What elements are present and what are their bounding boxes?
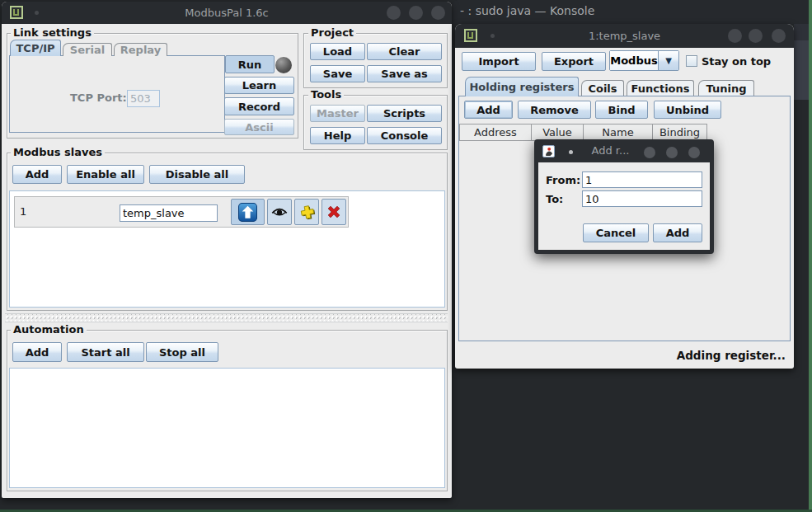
- konsole-edge-lower: [794, 40, 809, 100]
- slave-duplicate-button[interactable]: [294, 199, 319, 225]
- link-settings-title: Link settings: [11, 26, 94, 39]
- tools-title: Tools: [308, 88, 344, 101]
- slave-add-button[interactable]: Add: [12, 165, 62, 184]
- automation-list: [9, 368, 445, 488]
- tab-functions[interactable]: Functions: [627, 80, 694, 96]
- enable-all-button[interactable]: Enable all: [67, 165, 144, 184]
- import-button[interactable]: Import: [462, 52, 536, 71]
- run-button[interactable]: Run: [225, 55, 275, 73]
- record-button[interactable]: Record: [224, 97, 294, 115]
- up-arrow-icon: [238, 203, 257, 222]
- slave-maximize-button[interactable]: [749, 29, 763, 43]
- to-label: To:: [546, 193, 563, 205]
- slave-close-button[interactable]: [772, 29, 786, 43]
- minimize-button[interactable]: [387, 6, 401, 20]
- tcp-port-input[interactable]: [127, 90, 160, 107]
- screen-edge-right: [809, 0, 812, 512]
- stay-on-top-label: Stay on top: [702, 55, 771, 68]
- dialog-title: Add r...: [534, 144, 687, 157]
- col-header-binding[interactable]: Binding: [652, 124, 707, 141]
- col-header-name[interactable]: Name: [583, 124, 653, 141]
- modbus-slaves-title: Modbus slaves: [11, 146, 105, 158]
- tcp-port-label: TCP Port:: [70, 92, 127, 104]
- tab-serial[interactable]: Serial: [63, 43, 112, 56]
- dialog-cancel-button[interactable]: Cancel: [583, 223, 649, 242]
- col-header-address[interactable]: Address: [459, 124, 532, 141]
- project-title: Project: [308, 26, 356, 39]
- automation-title: Automation: [11, 323, 87, 336]
- save-button[interactable]: Save: [310, 65, 365, 82]
- slave-view-button[interactable]: [267, 199, 292, 225]
- console-button[interactable]: Console: [367, 127, 442, 144]
- register-remove-button[interactable]: Remove: [518, 101, 591, 119]
- register-bind-button[interactable]: Bind: [595, 101, 648, 119]
- close-button[interactable]: [431, 6, 445, 20]
- modbuspal-window-title: ModbusPal 1.6c: [2, 2, 452, 24]
- slave-delete-button[interactable]: [322, 199, 346, 225]
- stay-on-top-checkbox[interactable]: [686, 55, 697, 67]
- dialog-minimize-button[interactable]: [644, 147, 655, 158]
- slave-enabled-toggle[interactable]: [231, 199, 265, 225]
- konsole-title: - : sudo java — Konsole: [460, 4, 707, 17]
- plus-icon: [297, 202, 317, 222]
- save-as-button[interactable]: Save as: [367, 65, 442, 82]
- slave-id: 1: [20, 205, 26, 218]
- tab-replay[interactable]: Replay: [114, 43, 167, 56]
- from-label: From:: [546, 174, 580, 186]
- slave-minimize-button[interactable]: [728, 29, 742, 43]
- dialog-maximize-button[interactable]: [666, 147, 678, 158]
- tab-tuning[interactable]: Tuning: [698, 80, 754, 96]
- register-add-button[interactable]: Add: [464, 101, 513, 119]
- dialog-add-button[interactable]: Add: [653, 223, 702, 242]
- maximize-button[interactable]: [409, 6, 423, 20]
- col-header-value[interactable]: Value: [531, 124, 584, 141]
- ascii-button: Ascii: [224, 119, 294, 135]
- eye-icon: [270, 206, 289, 218]
- export-button[interactable]: Export: [542, 52, 606, 71]
- automation-add-button[interactable]: Add: [12, 342, 62, 362]
- learn-button[interactable]: Learn: [224, 77, 294, 94]
- scripts-button[interactable]: Scripts: [367, 105, 442, 122]
- delete-x-icon: [326, 204, 342, 220]
- tab-coils[interactable]: Coils: [581, 80, 624, 96]
- help-button[interactable]: Help: [310, 127, 365, 144]
- clear-button[interactable]: Clear: [367, 43, 442, 60]
- dialog-close-button[interactable]: [688, 147, 700, 158]
- run-indicator-led: [275, 57, 292, 73]
- status-text: Adding register...: [577, 349, 786, 362]
- load-button[interactable]: Load: [310, 43, 365, 60]
- tab-holding-registers[interactable]: Holding registers: [465, 77, 579, 96]
- stop-all-button[interactable]: Stop all: [146, 342, 218, 362]
- start-all-button[interactable]: Start all: [67, 342, 144, 362]
- mode-combobox-value: Modbus: [610, 51, 658, 70]
- to-input[interactable]: [582, 190, 702, 207]
- tab-tcpip[interactable]: TCP/IP: [10, 40, 61, 56]
- register-unbind-button[interactable]: Unbind: [654, 101, 721, 119]
- konsole-edge-upper: [794, 24, 809, 40]
- split-pane-divider[interactable]: [5, 313, 448, 322]
- master-button: Master: [310, 105, 365, 122]
- slave-name-input[interactable]: [120, 204, 218, 222]
- temp-slave-window-title: 1:temp_slave: [455, 25, 794, 47]
- combo-dropdown-arrow-icon: ▼: [658, 51, 678, 70]
- disable-all-button[interactable]: Disable all: [149, 165, 245, 184]
- from-input[interactable]: [582, 171, 702, 188]
- mode-combobox[interactable]: Modbus ▼: [609, 50, 679, 71]
